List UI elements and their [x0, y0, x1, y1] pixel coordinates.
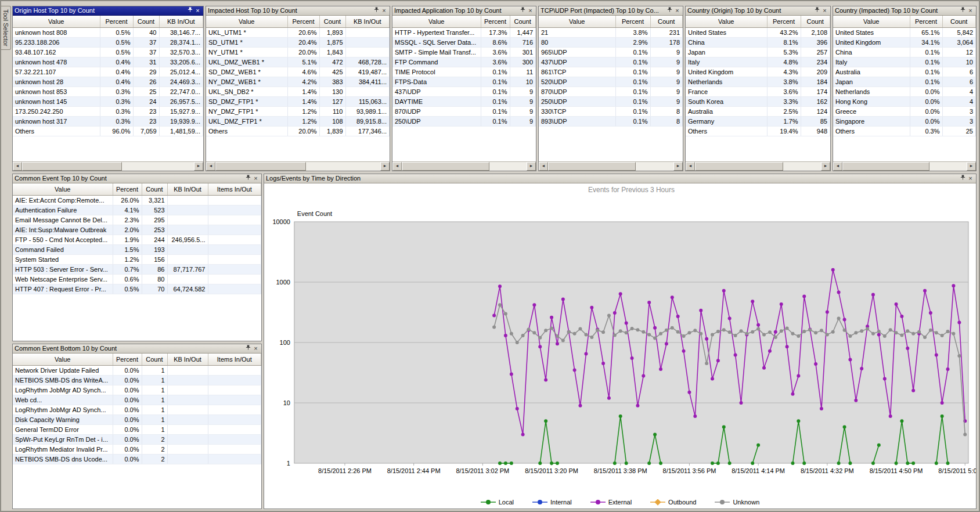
- table-row[interactable]: UKL_SN_DB2 *1.4%130: [206, 86, 390, 96]
- column-header-kb-in-out[interactable]: KB In/Out: [345, 16, 390, 27]
- column-header-percent[interactable]: Percent: [100, 16, 133, 27]
- table-row[interactable]: AIE: Ext:Accnt Comp:Remote...26.0%3,321: [13, 195, 261, 205]
- table-row[interactable]: United Kingdom34.1%3,064: [833, 37, 976, 47]
- table-row[interactable]: Others20.0%1,839177,346...: [206, 126, 390, 136]
- table-row[interactable]: Japan5.3%257: [686, 47, 830, 57]
- table-row[interactable]: unknown host 280.4%2624,469.3...: [13, 77, 203, 86]
- table-row[interactable]: SD_DMZ_FTP1 *1.4%127115,063...: [206, 96, 390, 106]
- table-row[interactable]: System Started1.2%156: [13, 254, 261, 264]
- close-icon[interactable]: ×: [194, 7, 201, 15]
- column-header-count[interactable]: Count: [133, 16, 159, 27]
- table-row[interactable]: 437\UDP0.1%9: [392, 86, 536, 96]
- scroll-right-icon[interactable]: ►: [821, 162, 830, 171]
- table-row[interactable]: unknown host 1450.3%2426,957.5...: [13, 96, 203, 106]
- events-chart[interactable]: 1101001000100008/15/2011 2:26 PM8/15/201…: [264, 183, 976, 497]
- pin-icon[interactable]: [959, 175, 967, 182]
- column-header-items-in-out[interactable]: Items In/Out: [208, 183, 261, 195]
- table-row[interactable]: SD_UTM1 *20.4%1,875: [206, 37, 390, 47]
- table-row[interactable]: UKL_UTM1 *20.6%1,893: [206, 27, 390, 37]
- horizontal-scrollbar[interactable]: ◄ ►: [13, 161, 203, 171]
- table-row[interactable]: China0.1%12: [833, 47, 976, 57]
- table-row[interactable]: 250\UDP0.1%9: [539, 96, 683, 106]
- table-row[interactable]: unknown host 3170.3%2319,939.9...: [13, 116, 203, 126]
- table-row[interactable]: UKL_DMZ_FTP1 *1.2%10889,915.8...: [206, 116, 390, 126]
- table-row[interactable]: 861\TCP0.1%9: [539, 67, 683, 77]
- table-row[interactable]: Australia0.1%6: [833, 67, 976, 77]
- scroll-left-icon[interactable]: ◄: [686, 162, 695, 171]
- table-row[interactable]: Hong Kong0.0%4: [833, 96, 976, 106]
- scrollbar-track[interactable]: [695, 162, 821, 171]
- scrollbar-thumb[interactable]: [22, 162, 122, 171]
- horizontal-scrollbar[interactable]: ◄ ►: [392, 161, 536, 171]
- close-icon[interactable]: ×: [380, 7, 388, 15]
- close-icon[interactable]: ×: [252, 345, 260, 352]
- panel-titlebar[interactable]: Country (Impacted) Top 10 by Count ×: [833, 6, 976, 16]
- table-row[interactable]: unknown host 4780.4%3133,205.6...: [13, 57, 203, 67]
- close-icon[interactable]: ×: [967, 7, 974, 15]
- column-header-value[interactable]: Value: [206, 16, 287, 27]
- close-icon[interactable]: ×: [821, 7, 828, 15]
- table-row[interactable]: Others0.3%25: [833, 126, 976, 136]
- table-row[interactable]: 250\UDP0.1%9: [392, 116, 536, 126]
- table-row[interactable]: LogRhythm JobMgr AD Synch...0.0%1: [13, 385, 261, 395]
- column-header-count[interactable]: Count: [319, 16, 345, 27]
- table-row[interactable]: Command Failed1.5%193: [13, 244, 261, 254]
- scrollbar-thumb[interactable]: [548, 162, 636, 171]
- legend-item-outbound[interactable]: Outbound: [650, 499, 696, 506]
- table-row[interactable]: United Kingdom4.3%209: [686, 67, 830, 77]
- column-header-kb-in-out[interactable]: KB In/Out: [167, 354, 208, 365]
- table-row[interactable]: Netherlands3.8%184: [686, 77, 830, 86]
- scroll-right-icon[interactable]: ►: [673, 162, 683, 171]
- table-row[interactable]: 57.32.221.1070.4%2925,012.4...: [13, 67, 203, 77]
- column-header-count[interactable]: Count: [142, 354, 167, 365]
- panel-titlebar[interactable]: Origin Host Top 10 by Count ×: [13, 6, 203, 16]
- column-header-kb-in-out[interactable]: KB In/Out: [167, 183, 208, 195]
- pin-icon[interactable]: [519, 7, 527, 15]
- table-row[interactable]: Netherlands0.0%4: [833, 86, 976, 96]
- table-row[interactable]: UKL_DMZ_WEB1 *5.1%472468,728...: [206, 57, 390, 67]
- table-row[interactable]: South Korea3.3%162: [686, 96, 830, 106]
- close-icon[interactable]: ×: [673, 7, 681, 15]
- table-row[interactable]: NY_DMZ_WEB1 *4.2%383384,411...: [206, 77, 390, 86]
- scroll-left-icon[interactable]: ◄: [833, 162, 842, 171]
- scrollbar-track[interactable]: [842, 162, 967, 171]
- table-row[interactable]: FTP - 550 - Cmd Not Accepted...1.9%24424…: [13, 235, 261, 244]
- column-header-value[interactable]: Value: [13, 16, 100, 27]
- table-row[interactable]: HTTP 407 : Request Error - Pr...0.5%7064…: [13, 284, 261, 294]
- column-header-count[interactable]: Count: [142, 183, 167, 195]
- table-row[interactable]: Others96.0%7,0591,481,59...: [13, 126, 203, 136]
- table-row[interactable]: FTP Command3.6%300: [392, 57, 536, 67]
- table-row[interactable]: Italy4.8%234: [686, 57, 830, 67]
- pin-icon[interactable]: [959, 7, 967, 15]
- table-row[interactable]: LogRhythm Mediator Invalid Pr...0.0%2: [13, 444, 261, 454]
- table-row[interactable]: TIME Protocol0.1%11: [392, 67, 536, 77]
- pin-icon[interactable]: [813, 7, 821, 15]
- pin-icon[interactable]: [244, 175, 252, 182]
- panel-titlebar[interactable]: Logs/Events by Time by Direction ×: [264, 174, 976, 183]
- column-header-value[interactable]: Value: [539, 16, 615, 27]
- table-row[interactable]: AIE: Int:Susp:Malware Outbreak2.0%253: [13, 225, 261, 235]
- table-row[interactable]: Web Netscape Enterprise Serv...0.6%80: [13, 274, 261, 284]
- table-row[interactable]: NY_DMZ_FTP1 *1.2%11093,989.1...: [206, 106, 390, 116]
- column-header-percent[interactable]: Percent: [481, 16, 510, 27]
- table-row[interactable]: unknown host 8080.5%4038,146.7...: [13, 27, 203, 37]
- column-header-percent[interactable]: Percent: [910, 16, 942, 27]
- column-header-count[interactable]: Count: [650, 16, 683, 27]
- panel-titlebar[interactable]: TCP\UDP Port (Impacted) Top 10 by Co... …: [539, 6, 683, 16]
- table-row[interactable]: France3.6%174: [686, 86, 830, 96]
- column-header-value[interactable]: Value: [392, 16, 481, 27]
- table-row[interactable]: DAYTIME0.1%9: [392, 96, 536, 106]
- panel-titlebar[interactable]: Common Event Bottom 10 by Count ×: [13, 344, 261, 354]
- table-row[interactable]: Email Message Cannot Be Del...2.3%295: [13, 215, 261, 225]
- tool-selector-tab[interactable]: Tool Selector: [1, 6, 11, 50]
- pin-icon[interactable]: [666, 7, 673, 15]
- table-row[interactable]: Japan0.1%6: [833, 77, 976, 86]
- table-row[interactable]: 95.233.188.2060.5%3728,374.1...: [13, 37, 203, 47]
- scroll-left-icon[interactable]: ◄: [392, 162, 402, 171]
- scroll-right-icon[interactable]: ►: [527, 162, 536, 171]
- column-header-count[interactable]: Count: [801, 16, 830, 27]
- horizontal-scrollbar[interactable]: ◄ ►: [539, 161, 683, 171]
- table-row[interactable]: 330\TCP0.1%8: [539, 106, 683, 116]
- table-row[interactable]: SpWr-Put KeyLgr RnTm Det - i...0.0%2: [13, 434, 261, 444]
- table-row[interactable]: United States43.2%2,108: [686, 27, 830, 37]
